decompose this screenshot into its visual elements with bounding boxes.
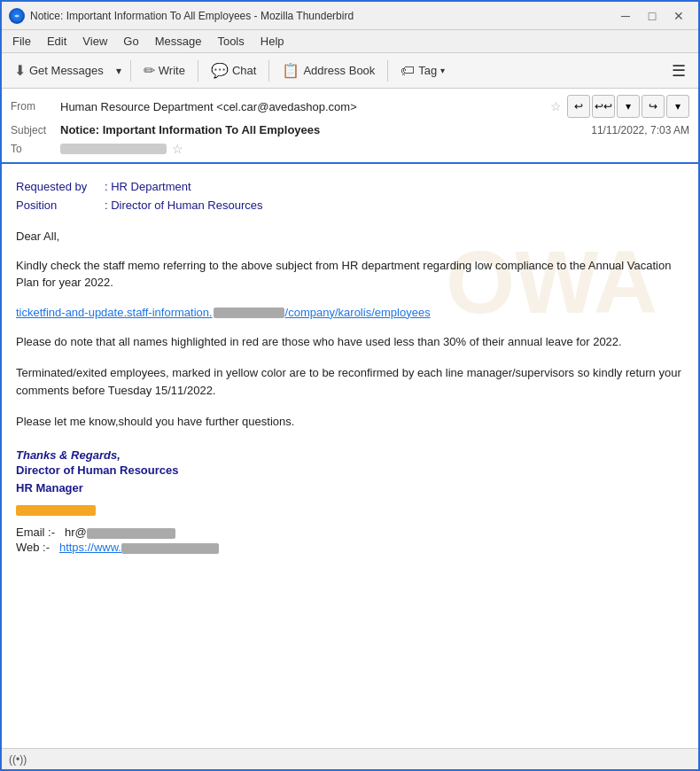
menu-file[interactable]: File — [5, 33, 38, 50]
staff-link[interactable]: ticketfind-and-update.staff-information.… — [16, 306, 431, 319]
subject-row: Subject Notice: Important Information To… — [11, 121, 689, 139]
to-row: To ☆ — [11, 139, 689, 159]
sig-web-link[interactable]: https://www. — [59, 541, 219, 554]
menu-edit[interactable]: Edit — [40, 33, 74, 50]
nav-buttons: ↩ ↩↩ ▾ ↪ ▾ — [567, 95, 689, 118]
sig-email-prefix: hr@ — [65, 526, 87, 539]
thunderbird-logo-icon — [9, 8, 25, 24]
email-header: From Human Resource Department <cel.car@… — [2, 89, 698, 164]
sig-web-label: Web :- — [16, 541, 50, 554]
menu-go[interactable]: Go — [116, 33, 145, 50]
subject-label: Subject — [11, 124, 55, 136]
sig-line2: HR Manager — [16, 479, 684, 498]
toolbar-separator-4 — [387, 60, 388, 82]
hamburger-menu-button[interactable]: ☰ — [665, 58, 693, 84]
to-star-icon[interactable]: ☆ — [172, 142, 183, 156]
get-messages-dropdown[interactable]: ▾ — [113, 61, 125, 81]
requested-by-label: Requested by — [16, 178, 105, 197]
tag-label: Tag — [418, 64, 437, 77]
menu-help[interactable]: Help — [253, 33, 292, 50]
address-book-icon: 📋 — [282, 62, 299, 79]
write-label: Write — [159, 64, 185, 77]
address-book-button[interactable]: 📋 Address Book — [275, 58, 382, 82]
greeting: Dear All, — [16, 230, 684, 243]
sig-web-prefix: https://www. — [59, 541, 121, 554]
requested-by-row: Requested by : HR Department — [16, 178, 684, 197]
requested-by-block: Requested by : HR Department Position : … — [16, 178, 684, 215]
get-messages-icon: ⬇ — [14, 62, 26, 79]
paragraph-4: Please let me know,should you have furth… — [16, 413, 684, 431]
from-label: From — [11, 100, 55, 113]
reply-button[interactable]: ↩ — [567, 95, 590, 118]
menu-message[interactable]: Message — [148, 33, 209, 50]
paragraph-1: Kindly check the staff memo referring to… — [16, 257, 684, 292]
address-book-label: Address Book — [303, 64, 375, 77]
toolbar-separator-3 — [268, 60, 269, 82]
forward-button[interactable]: ↪ — [642, 95, 665, 118]
get-messages-label: Get Messages — [29, 64, 104, 77]
toolbar-separator-1 — [130, 60, 131, 82]
date-time: 11/11/2022, 7:03 AM — [591, 124, 689, 136]
menu-bar: File Edit View Go Message Tools Help — [2, 30, 698, 53]
tag-dropdown-icon: ▾ — [440, 66, 445, 75]
requested-by-value: : HR Department — [105, 178, 191, 197]
connection-status-icon: ((•)) — [9, 753, 27, 766]
email-body-inner: OWA Requested by : HR Department Positio… — [16, 178, 684, 554]
chat-label: Chat — [232, 64, 256, 77]
link-prefix: ticketfind-and-update.staff-information. — [16, 306, 213, 319]
sig-thanks: Thanks & Regards, — [16, 448, 684, 462]
prev-email-button[interactable]: ▾ — [617, 95, 640, 118]
signature-block: Thanks & Regards, Director of Human Reso… — [16, 448, 684, 555]
title-bar-left: Notice: Important Information To All Emp… — [9, 8, 354, 24]
maximize-button[interactable]: □ — [640, 4, 665, 28]
link-blur — [214, 308, 284, 318]
write-button[interactable]: ✏ Write — [136, 58, 192, 82]
position-label: Position — [16, 197, 105, 215]
status-bar: ((•)) — [2, 748, 698, 769]
from-value: Human Resource Department <cel.car@aveda… — [60, 100, 545, 113]
minimize-button[interactable]: ─ — [613, 4, 638, 28]
reply-all-button[interactable]: ↩↩ — [592, 95, 615, 118]
position-row: Position : Director of Human Resources — [16, 197, 684, 215]
to-value-blurred — [60, 144, 167, 154]
get-messages-button[interactable]: ⬇ Get Messages — [7, 58, 111, 82]
paragraph-2: Please do note that all names highlighte… — [16, 333, 684, 351]
sig-blur-bar — [16, 505, 96, 516]
sig-web-blur — [121, 543, 219, 554]
sig-email-line: Email :- hr@ — [16, 526, 684, 539]
to-label: To — [11, 143, 55, 155]
window-title: Notice: Important Information To All Emp… — [30, 10, 354, 22]
sig-email-blur — [87, 528, 175, 539]
email-content: Requested by : HR Department Position : … — [16, 178, 684, 554]
tag-button[interactable]: 🏷 Tag ▾ — [393, 59, 452, 82]
title-bar-controls: ─ □ ✕ — [613, 4, 691, 28]
chat-button[interactable]: 💬 Chat — [204, 58, 263, 82]
sig-email-label: Email :- — [16, 526, 55, 539]
tag-icon: 🏷 — [401, 63, 415, 79]
position-value: : Director of Human Resources — [105, 197, 262, 215]
toolbar: ⬇ Get Messages ▾ ✏ Write 💬 Chat 📋 Addres… — [2, 53, 698, 89]
from-row: From Human Resource Department <cel.car@… — [11, 92, 689, 121]
title-bar: Notice: Important Information To All Emp… — [2, 2, 698, 30]
chat-icon: 💬 — [211, 62, 229, 79]
main-window: Notice: Important Information To All Emp… — [0, 0, 700, 771]
more-nav-button[interactable]: ▾ — [666, 95, 689, 118]
paragraph-3: Terminated/exited employees, marked in y… — [16, 364, 684, 399]
link-suffix: /company/karolis/employees — [285, 306, 431, 319]
menu-tools[interactable]: Tools — [210, 33, 251, 50]
link-container: ticketfind-and-update.staff-information.… — [16, 306, 684, 319]
subject-value: Notice: Important Information To All Emp… — [60, 123, 320, 136]
sig-line1: Director of Human Resources — [16, 462, 684, 480]
sig-web-line: Web :- https://www. — [16, 541, 684, 554]
menu-view[interactable]: View — [75, 33, 114, 50]
email-body: OWA Requested by : HR Department Positio… — [2, 164, 698, 748]
write-icon: ✏ — [144, 62, 155, 79]
close-button[interactable]: ✕ — [666, 4, 691, 28]
from-star-icon[interactable]: ☆ — [550, 99, 562, 113]
toolbar-separator-2 — [198, 60, 198, 82]
